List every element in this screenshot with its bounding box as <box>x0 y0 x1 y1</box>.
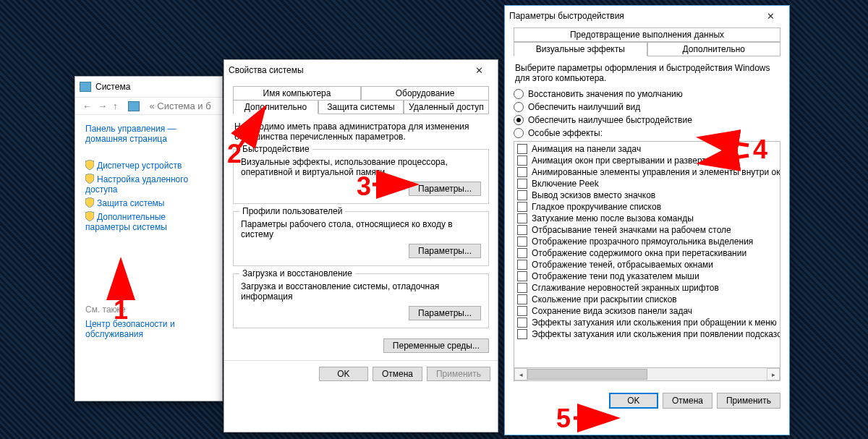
group-title: Быстродействие <box>239 144 312 154</box>
checkbox-icon[interactable] <box>517 306 527 316</box>
system-properties-window: Свойства системы ✕ Имя компьютера Оборуд… <box>224 59 498 432</box>
checkbox-icon[interactable] <box>517 236 527 247</box>
radio-best-appearance[interactable]: Обеспечить наилучший вид <box>514 102 780 112</box>
checkbox-icon[interactable] <box>517 225 527 235</box>
radio-icon <box>514 115 524 125</box>
effect-checkbox-item[interactable]: Вывод эскизов вместо значков <box>516 189 778 201</box>
effect-checkbox-item[interactable]: Анимация на панели задач <box>516 143 778 155</box>
effect-checkbox-item[interactable]: Анимированные элементы управления и элем… <box>516 166 778 178</box>
cp-home-link[interactable]: Панель управления — домашняя страница <box>85 124 212 144</box>
checkbox-icon[interactable] <box>517 213 527 223</box>
checkbox-icon[interactable] <box>517 329 527 339</box>
link-text: Панель управления — <box>85 124 176 134</box>
effect-checkbox-item[interactable]: Отображение прозрачного прямоугольника в… <box>516 236 778 247</box>
horizontal-scrollbar[interactable]: ◂ ▸ <box>514 368 780 381</box>
effect-checkbox-item[interactable]: Эффекты затухания или скольжения при обр… <box>516 317 778 328</box>
effect-label: Затухание меню после вызова команды <box>532 213 694 223</box>
tab-system-protection[interactable]: Защита системы <box>318 100 404 114</box>
checkbox-icon[interactable] <box>517 271 527 281</box>
checkbox-icon[interactable] <box>517 317 527 328</box>
effect-checkbox-item[interactable]: Отображение тени под указателем мыши <box>516 270 778 282</box>
ok-button[interactable]: OK <box>609 393 658 409</box>
win1-titlebar[interactable]: Система <box>75 77 222 97</box>
group-profiles: Профили пользователей Параметры рабочего… <box>233 211 489 266</box>
effect-checkbox-item[interactable]: Отображение содержимого окна при перетас… <box>516 247 778 259</box>
shield-icon <box>85 197 94 208</box>
performance-settings-button[interactable]: Параметры... <box>409 182 481 196</box>
cancel-button[interactable]: Отмена <box>663 393 712 409</box>
tab-visual-effects[interactable]: Визуальные эффекты <box>514 42 647 56</box>
effect-checkbox-item[interactable]: Скольжение при раскрытии списков <box>516 294 778 305</box>
radio-custom[interactable]: Особые эффекты: <box>514 128 780 138</box>
effect-checkbox-item[interactable]: Отбрасывание теней значками на рабочем с… <box>516 224 778 236</box>
see-also-heading: См. также <box>85 304 212 315</box>
checkbox-icon[interactable] <box>517 283 527 293</box>
checkbox-icon[interactable] <box>517 155 527 166</box>
checkbox-icon[interactable] <box>517 144 527 154</box>
tab-computer-name[interactable]: Имя компьютера <box>233 86 361 101</box>
checkbox-icon[interactable] <box>517 248 527 258</box>
checkbox-icon[interactable] <box>517 294 527 304</box>
effect-label: Вывод эскизов вместо значков <box>532 190 655 200</box>
effects-checklist[interactable]: Анимация на панели задачАнимация окон пр… <box>514 141 780 368</box>
security-center-link[interactable]: Центр безопасности и обслуживания <box>85 319 212 339</box>
radio-best-performance[interactable]: Обеспечить наилучшее быстродействие <box>514 115 780 125</box>
shield-icon <box>85 160 94 170</box>
tab-remote[interactable]: Удаленный доступ <box>404 100 489 114</box>
scroll-right-icon[interactable]: ▸ <box>767 368 780 380</box>
back-icon[interactable]: ← <box>82 101 92 111</box>
effect-checkbox-item[interactable]: Сглаживание неровностей экранных шрифтов <box>516 282 778 294</box>
checkbox-icon[interactable] <box>517 179 527 189</box>
effect-label: Анимация окон при свертывании и разверты… <box>532 155 736 166</box>
effect-label: Отображение теней, отбрасываемых окнами <box>532 260 713 270</box>
checkbox-icon[interactable] <box>517 167 527 177</box>
breadcrumb[interactable]: « Система и б <box>150 101 211 111</box>
system-window: Система ← → ↑ « Система и б Панель управ… <box>75 76 223 401</box>
win3-titlebar[interactable]: Параметры быстродействия ✕ <box>505 6 789 26</box>
effect-checkbox-item[interactable]: Эффекты затухания или скольжения при поя… <box>516 328 778 340</box>
advanced-system-settings-link[interactable]: Дополнительные параметры системы <box>85 211 212 232</box>
effect-checkbox-item[interactable]: Анимация окон при свертывании и разверты… <box>516 155 778 166</box>
startup-settings-button[interactable]: Параметры... <box>409 306 481 320</box>
checkbox-icon[interactable] <box>517 202 527 212</box>
tab-advanced[interactable]: Дополнительно <box>233 100 318 114</box>
effect-checkbox-item[interactable]: Отображение теней, отбрасываемых окнами <box>516 259 778 270</box>
device-manager-link[interactable]: Диспетчер устройств <box>85 160 212 171</box>
effect-label: Анимированные элементы управления и элем… <box>532 167 780 177</box>
radio-label: Восстановить значения по умолчанию <box>528 89 683 99</box>
up-icon[interactable]: ↑ <box>113 101 118 111</box>
apply-button[interactable]: Применить <box>717 393 780 409</box>
win2-titlebar[interactable]: Свойства системы ✕ <box>224 60 498 80</box>
profiles-settings-button[interactable]: Параметры... <box>409 244 481 258</box>
scroll-left-icon[interactable]: ◂ <box>514 368 527 380</box>
win2-title: Свойства системы <box>229 65 304 75</box>
cancel-button[interactable]: Отмена <box>373 367 422 381</box>
forward-icon[interactable]: → <box>98 101 107 111</box>
env-vars-button[interactable]: Переменные среды... <box>383 338 489 353</box>
effect-checkbox-item[interactable]: Затухание меню после вызова команды <box>516 213 778 224</box>
effect-label: Эффекты затухания или скольжения при обр… <box>532 317 777 328</box>
system-protection-link[interactable]: Защита системы <box>85 197 212 208</box>
scroll-track[interactable] <box>527 369 767 380</box>
radio-let-windows-choose[interactable]: Восстановить значения по умолчанию <box>514 89 780 99</box>
shield-icon <box>85 174 94 184</box>
tab-dep[interactable]: Предотвращение выполнения данных <box>514 27 780 42</box>
link-text: Защита системы <box>97 198 164 208</box>
ok-button[interactable]: OK <box>319 367 368 381</box>
remote-settings-link[interactable]: Настройка удаленного доступа <box>85 174 212 195</box>
performance-options-window: Параметры быстродействия ✕ Предотвращени… <box>504 5 790 435</box>
close-icon[interactable]: ✕ <box>756 7 785 25</box>
apply-button[interactable]: Применить <box>427 367 490 381</box>
tab-hardware[interactable]: Оборудование <box>361 86 489 101</box>
close-icon[interactable]: ✕ <box>464 61 493 80</box>
checkbox-icon[interactable] <box>517 190 527 200</box>
link-text: Дополнительные параметры системы <box>85 212 167 232</box>
effect-checkbox-item[interactable]: Сохранение вида эскизов панели задач <box>516 305 778 317</box>
scroll-thumb[interactable] <box>527 369 647 380</box>
checkbox-icon[interactable] <box>517 260 527 270</box>
tab-advanced[interactable]: Дополнительно <box>647 42 781 56</box>
effect-checkbox-item[interactable]: Включение Peek <box>516 178 778 189</box>
monitor-icon <box>128 101 140 111</box>
tab-strip: Имя компьютера Оборудование Дополнительн… <box>233 86 489 114</box>
effect-checkbox-item[interactable]: Гладкое прокручивание списков <box>516 201 778 213</box>
